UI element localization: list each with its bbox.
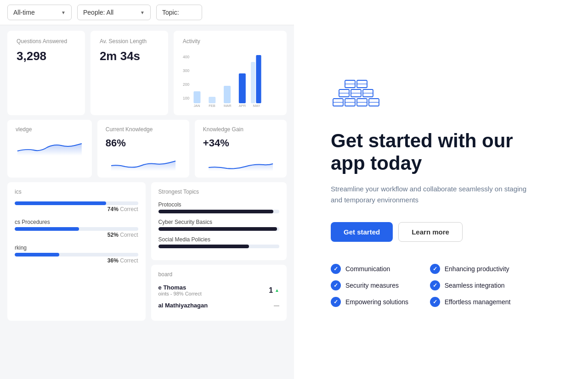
feature-label-seamless-integration: Seamless integration [445,282,505,289]
topic-row-1: 74% Correct [15,201,138,212]
svg-text:100: 100 [183,96,189,100]
topic-name-3: rking [15,245,138,251]
strongest-topic-1: Protocols [158,201,279,213]
filter-bar: All-time ▼ People: All ▼ Topic: [0,0,294,25]
svg-rect-6 [224,86,231,103]
leaderboard-name-2: al Mathiyazhagan [158,302,208,309]
knowledge-gain-label: Knowledge Gain [203,126,278,133]
feature-label-empowering-solutions: Empowering solutions [345,298,408,306]
rank-number-1: 1 [269,286,273,295]
people-filter[interactable]: People: All ▼ [77,5,151,20]
learn-more-button[interactable]: Learn more [398,222,463,242]
feature-label-communication: Communication [345,265,390,273]
svg-text:APR: APR [239,104,246,108]
bottom-section: ics 74% Correct cs Procedures [0,178,294,321]
knowledge-gain-card: Knowledge Gain +34% [195,120,287,178]
strongest-bar-bg-3 [158,245,279,248]
strongest-topic-name-3: Social Media Policies [158,236,279,243]
topic-bar-fill-3 [15,253,59,256]
feature-label-enhancing-productivity: Enhancing productivity [445,265,509,273]
strongest-bar-fill-1 [158,210,273,213]
check-icon-effortless-management [430,297,440,307]
svg-text:FEB: FEB [209,104,215,108]
svg-rect-9 [256,55,261,103]
feature-item-effortless-management: Effortless management [430,297,511,307]
topic-pct-1: 74% Correct [107,206,138,212]
svg-text:200: 200 [183,82,189,87]
topic-pct-3: 36% Correct [107,257,138,264]
questions-answered-label: Questions Answered [17,38,76,45]
gain-sparkline [203,153,278,171]
topic-pct-2: 52% Correct [107,232,138,238]
strongest-bar-bg-1 [158,210,279,213]
promo-buttons: Get started Learn more [331,222,463,242]
topics-title: ics [15,189,138,195]
strongest-topic-2: Cyber Security Basics [158,219,279,231]
strongest-topic-3: Social Media Policies [158,236,279,248]
current-knowledge-card: Current Knowledge 86% [97,120,189,178]
logo-icon [331,72,386,113]
stats-row: Questions Answered 3,298 Av. Session Len… [0,25,294,115]
svg-text:MAY: MAY [253,104,260,108]
time-filter-arrow: ▼ [61,10,66,15]
questions-answered-card: Questions Answered 3,298 [7,31,85,115]
feature-item-empowering-solutions: Empowering solutions [331,297,412,307]
session-length-card: Av. Session Length 2m 34s [90,31,168,115]
check-icon-enhancing-productivity [430,264,440,274]
svg-text:300: 300 [183,68,189,73]
questions-answered-value: 3,298 [17,49,76,63]
strongest-bar-fill-2 [158,227,277,231]
prev-knowledge-label: vledge [16,126,84,133]
feature-label-security-measures: Security measures [345,282,399,289]
topic-filter[interactable]: Topic: [156,5,202,20]
feature-label-effortless-management: Effortless management [445,298,511,306]
leaderboard-name-1: e Thomas [158,284,202,291]
svg-text:JAN: JAN [193,104,200,108]
leaderboard-card: board e Thomas oints - 98% Correct 1 ▲ a… [151,265,287,321]
check-icon-security-measures [331,280,341,290]
svg-rect-4 [193,91,200,103]
prev-sparkline [16,137,84,156]
current-sparkline [106,153,181,171]
time-filter[interactable]: All-time ▼ [7,5,72,20]
strongest-topics-card: Strongest Topics Protocols Cyber Securit… [151,182,287,260]
right-cards: Strongest Topics Protocols Cyber Securit… [151,182,287,321]
activity-chart: 400 300 200 100 J [183,53,277,108]
feature-item-security-measures: Security measures [331,280,412,290]
promo-title: Get started with our app today [331,130,551,174]
topic-row-3: rking 36% Correct [15,245,138,264]
topic-bar-bg-3 [15,253,138,256]
strongest-topics-title: Strongest Topics [158,189,279,195]
prev-knowledge-card: vledge [7,120,92,178]
topic-bar-fill-1 [15,201,106,205]
strongest-bar-bg-2 [158,227,279,231]
topic-bar-bg-1 [15,201,138,205]
svg-text:MAR: MAR [224,104,232,108]
leaderboard-item-2: al Mathiyazhagan — [158,302,279,309]
svg-rect-5 [209,97,215,103]
check-icon-communication [331,264,341,274]
strongest-topic-name-1: Protocols [158,201,279,208]
svg-rect-8 [251,62,255,103]
activity-chart-wrapper: 400 300 200 100 J [183,49,277,110]
topic-bar-fill-2 [15,227,79,231]
promo-description: Streamline your workflow and collaborate… [331,184,533,206]
session-length-value: 2m 34s [100,49,159,63]
feature-item-enhancing-productivity: Enhancing productivity [430,264,511,274]
leaderboard-item-1: e Thomas oints - 98% Correct 1 ▲ [158,284,279,296]
knowledge-gain-value: +34% [203,137,278,149]
svg-rect-7 [239,73,246,103]
knowledge-row: vledge Current Knowledge 86% [0,115,294,178]
session-length-label: Av. Session Length [100,38,159,45]
check-icon-seamless-integration [430,280,440,290]
rank-trend-neutral-icon: — [274,302,279,309]
get-started-button[interactable]: Get started [331,222,393,242]
activity-label: Activity [183,38,277,45]
topic-filter-label: Topic: [162,9,179,16]
leaderboard-rank-1: 1 ▲ [269,286,279,295]
topic-name-2: cs Procedures [15,219,138,225]
current-knowledge-label: Current Knowledge [106,126,181,133]
activity-card: Activity 400 300 200 100 [174,31,287,115]
check-icon-empowering-solutions [331,297,341,307]
people-filter-arrow: ▼ [140,10,145,15]
